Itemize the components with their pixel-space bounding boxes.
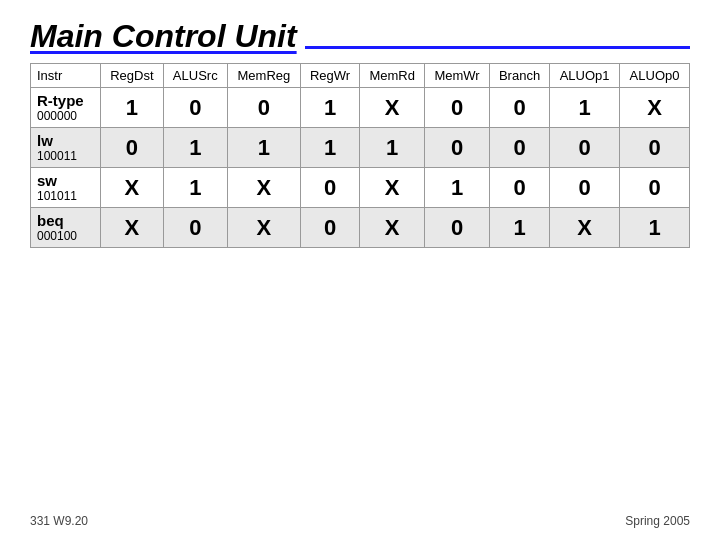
col-header-instr: Instr xyxy=(31,64,101,88)
cell-lw-col1: 1 xyxy=(163,128,227,168)
row-header-sw: sw101011 xyxy=(31,168,101,208)
cell-R-type-col7: 1 xyxy=(550,88,620,128)
cell-lw-col5: 0 xyxy=(425,128,490,168)
cell-R-type-col2: 0 xyxy=(227,88,300,128)
cell-beq-col1: 0 xyxy=(163,208,227,248)
cell-sw-col6: 0 xyxy=(489,168,549,208)
table-row: beq000100X0X0X01X1 xyxy=(31,208,690,248)
cell-sw-col2: X xyxy=(227,168,300,208)
col-header-regdst: RegDst xyxy=(101,64,164,88)
row-header-lw: lw100011 xyxy=(31,128,101,168)
col-header-memreg: MemReg xyxy=(227,64,300,88)
cell-beq-col5: 0 xyxy=(425,208,490,248)
title-underline xyxy=(305,46,690,49)
table-header-row: Instr RegDst ALUSrc MemReg RegWr MemRd M… xyxy=(31,64,690,88)
cell-beq-col0: X xyxy=(101,208,164,248)
table-row: lw100011011110000 xyxy=(31,128,690,168)
cell-lw-col6: 0 xyxy=(489,128,549,168)
row-header-beq: beq000100 xyxy=(31,208,101,248)
footer-left: 331 W9.20 xyxy=(30,514,88,528)
col-header-memwr: MemWr xyxy=(425,64,490,88)
cell-R-type-col1: 0 xyxy=(163,88,227,128)
title-section: Main Control Unit xyxy=(30,18,690,55)
cell-beq-col4: X xyxy=(360,208,425,248)
cell-beq-col7: X xyxy=(550,208,620,248)
col-header-aluop1: ALUOp1 xyxy=(550,64,620,88)
cell-beq-col3: 0 xyxy=(300,208,359,248)
cell-lw-col7: 0 xyxy=(550,128,620,168)
control-unit-table: Instr RegDst ALUSrc MemReg RegWr MemRd M… xyxy=(30,63,690,248)
cell-lw-col3: 1 xyxy=(300,128,359,168)
cell-R-type-col0: 1 xyxy=(101,88,164,128)
cell-lw-col0: 0 xyxy=(101,128,164,168)
col-header-regwr: RegWr xyxy=(300,64,359,88)
page-title: Main Control Unit xyxy=(30,18,297,55)
col-header-branch: Branch xyxy=(489,64,549,88)
cell-sw-col1: 1 xyxy=(163,168,227,208)
table-body: R-type0000001001X001Xlw100011011110000sw… xyxy=(31,88,690,248)
col-header-alusrc: ALUSrc xyxy=(163,64,227,88)
cell-sw-col0: X xyxy=(101,168,164,208)
cell-lw-col2: 1 xyxy=(227,128,300,168)
cell-sw-col8: 0 xyxy=(620,168,690,208)
cell-sw-col3: 0 xyxy=(300,168,359,208)
cell-sw-col5: 1 xyxy=(425,168,490,208)
cell-R-type-col3: 1 xyxy=(300,88,359,128)
cell-lw-col4: 1 xyxy=(360,128,425,168)
footer-right: Spring 2005 xyxy=(625,514,690,528)
table-row: R-type0000001001X001X xyxy=(31,88,690,128)
cell-sw-col4: X xyxy=(360,168,425,208)
row-header-R-type: R-type000000 xyxy=(31,88,101,128)
cell-R-type-col6: 0 xyxy=(489,88,549,128)
cell-lw-col8: 0 xyxy=(620,128,690,168)
page-container: Main Control Unit Instr RegDst ALUSrc Me… xyxy=(0,0,720,258)
cell-R-type-col8: X xyxy=(620,88,690,128)
cell-R-type-col5: 0 xyxy=(425,88,490,128)
col-header-memrd: MemRd xyxy=(360,64,425,88)
table-row: sw101011X1X0X1000 xyxy=(31,168,690,208)
cell-beq-col2: X xyxy=(227,208,300,248)
col-header-aluop0: ALUOp0 xyxy=(620,64,690,88)
footer: 331 W9.20 Spring 2005 xyxy=(30,514,690,528)
cell-R-type-col4: X xyxy=(360,88,425,128)
cell-beq-col8: 1 xyxy=(620,208,690,248)
cell-beq-col6: 1 xyxy=(489,208,549,248)
cell-sw-col7: 0 xyxy=(550,168,620,208)
